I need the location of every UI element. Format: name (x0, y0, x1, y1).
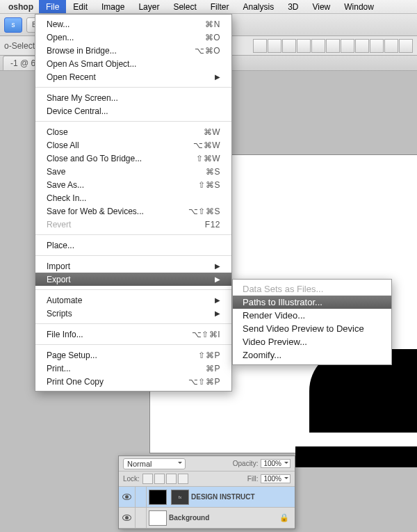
menu-item-device-central[interactable]: Device Central... (35, 104, 231, 118)
menubar-item-3d[interactable]: 3D (281, 0, 305, 13)
menubar-item-file[interactable]: File (39, 0, 66, 13)
app-name: oshop (3, 2, 39, 12)
menu-item-close-all[interactable]: Close All⌥⌘W (35, 138, 231, 152)
opacity-input[interactable]: 100% (261, 459, 291, 468)
menu-item-new[interactable]: New...⌘N (35, 17, 231, 31)
lock-label: Lock: (123, 475, 140, 483)
align-icon[interactable] (311, 39, 325, 53)
lock-position-icon[interactable] (166, 474, 177, 484)
eye-icon (122, 515, 131, 521)
menu-item-open[interactable]: Open...⌘O (35, 31, 231, 44)
align-icon[interactable] (268, 39, 281, 53)
align-icon[interactable] (282, 39, 296, 53)
align-buttons (253, 39, 413, 53)
layer-thumbnail[interactable] (149, 490, 167, 505)
menubar-item-image[interactable]: Image (95, 0, 131, 13)
align-icon[interactable] (297, 39, 311, 53)
menu-item-print-one-copy[interactable]: Print One Copy⌥⇧⌘P (35, 375, 231, 388)
menubar-item-filter[interactable]: Filter (204, 0, 236, 13)
menu-item-scripts[interactable]: Scripts▶ (35, 307, 231, 320)
menubar-item-layer[interactable]: Layer (131, 0, 166, 13)
chevron-right-icon: ▶ (215, 73, 220, 81)
lock-all-icon[interactable] (178, 474, 188, 484)
chevron-right-icon: ▶ (215, 309, 220, 317)
fill-label: Fill: (247, 475, 259, 483)
menubar-item-analysis[interactable]: Analysis (236, 0, 281, 13)
menu-item-save-as[interactable]: Save As...⇧⌘S (35, 178, 231, 191)
align-icon[interactable] (384, 39, 398, 53)
align-icon[interactable] (399, 39, 413, 53)
menu-item-page-setup[interactable]: Page Setup...⇧⌘P (35, 348, 231, 362)
visibility-toggle[interactable] (119, 487, 136, 507)
menu-item-open-recent[interactable]: Open Recent▶ (35, 70, 231, 83)
layers-panel: Normal Opacity: 100% Lock: Fill: 100% fx… (118, 456, 295, 529)
blend-mode-dropdown[interactable]: Normal (123, 458, 186, 469)
eye-icon (122, 494, 131, 500)
menu-item-revert: RevertF12 (35, 218, 231, 231)
lock-buttons (142, 474, 188, 484)
fill-input[interactable]: 100% (261, 474, 291, 483)
menu-item-browse-in-bridge[interactable]: Browse in Bridge...⌥⌘O (35, 44, 231, 57)
lock-icon: 🔒 (279, 513, 289, 522)
menu-item-check-in[interactable]: Check In... (35, 191, 231, 204)
visibility-toggle[interactable] (119, 508, 136, 528)
auto-select-label: o-Select: (4, 41, 37, 51)
menubar-item-view[interactable]: View (305, 0, 337, 13)
menu-item-file-info[interactable]: File Info...⌥⇧⌘I (35, 328, 231, 341)
submenu-item-send-video-preview-to-device[interactable]: Send Video Preview to Device (233, 322, 391, 335)
menu-item-place[interactable]: Place... (35, 239, 231, 252)
menu-item-close[interactable]: Close⌘W (35, 125, 231, 138)
link-cell[interactable] (136, 508, 147, 528)
chevron-right-icon: ▶ (215, 262, 220, 270)
artwork-shape (295, 446, 417, 467)
menu-item-automate[interactable]: Automate▶ (35, 293, 231, 307)
link-cell[interactable] (136, 487, 147, 507)
file-menu: New...⌘NOpen...⌘OBrowse in Bridge...⌥⌘OO… (35, 14, 232, 392)
submenu-item-zoomify[interactable]: Zoomify... (233, 348, 391, 362)
menu-item-save-for-web-devices[interactable]: Save for Web & Devices...⌥⇧⌘S (35, 204, 231, 218)
submenu-item-video-preview[interactable]: Video Preview... (233, 335, 391, 348)
layer-row[interactable]: fxDESIGN INSTRUCT (119, 487, 295, 508)
submenu-item-render-video[interactable]: Render Video... (233, 309, 391, 322)
lock-image-icon[interactable] (154, 474, 165, 484)
chevron-right-icon: ▶ (215, 296, 220, 304)
menu-item-close-and-go-to-bridge[interactable]: Close and Go To Bridge...⇧⌘W (35, 152, 231, 165)
layer-name: Background (169, 514, 209, 522)
menubar: oshop FileEditImageLayerSelectFilterAnal… (0, 0, 417, 14)
chevron-right-icon: ▶ (215, 275, 220, 283)
layer-name: DESIGN INSTRUCT (191, 493, 255, 501)
align-icon[interactable] (253, 39, 267, 53)
menu-item-save[interactable]: Save⌘S (35, 165, 231, 178)
submenu-item-paths-to-illustrator[interactable]: Paths to Illustrator... (233, 296, 391, 309)
menu-item-open-as-smart-object[interactable]: Open As Smart Object... (35, 57, 231, 70)
export-submenu: Data Sets as Files...Paths to Illustrato… (232, 279, 392, 365)
menubar-item-window[interactable]: Window (337, 0, 381, 13)
menu-item-import[interactable]: Import▶ (35, 259, 231, 273)
menubar-item-edit[interactable]: Edit (66, 0, 95, 13)
menu-item-share-my-screen[interactable]: Share My Screen... (35, 91, 231, 104)
ps-icon[interactable]: s (4, 17, 22, 33)
layer-thumbnail[interactable] (149, 510, 167, 526)
opacity-label: Opacity: (233, 460, 259, 467)
align-icon[interactable] (370, 39, 384, 53)
menu-item-print[interactable]: Print...⌘P (35, 362, 231, 375)
layer-row[interactable]: Background🔒 (119, 508, 295, 529)
submenu-item-data-sets-as-files: Data Sets as Files... (233, 282, 391, 296)
align-icon[interactable] (355, 39, 369, 53)
align-icon[interactable] (341, 39, 354, 53)
layer-effects-thumbnail[interactable]: fx (171, 490, 189, 505)
align-icon[interactable] (326, 39, 340, 53)
menubar-item-select[interactable]: Select (166, 0, 203, 13)
menu-item-export[interactable]: Export▶ (35, 273, 231, 286)
lock-transparency-icon[interactable] (142, 474, 153, 484)
